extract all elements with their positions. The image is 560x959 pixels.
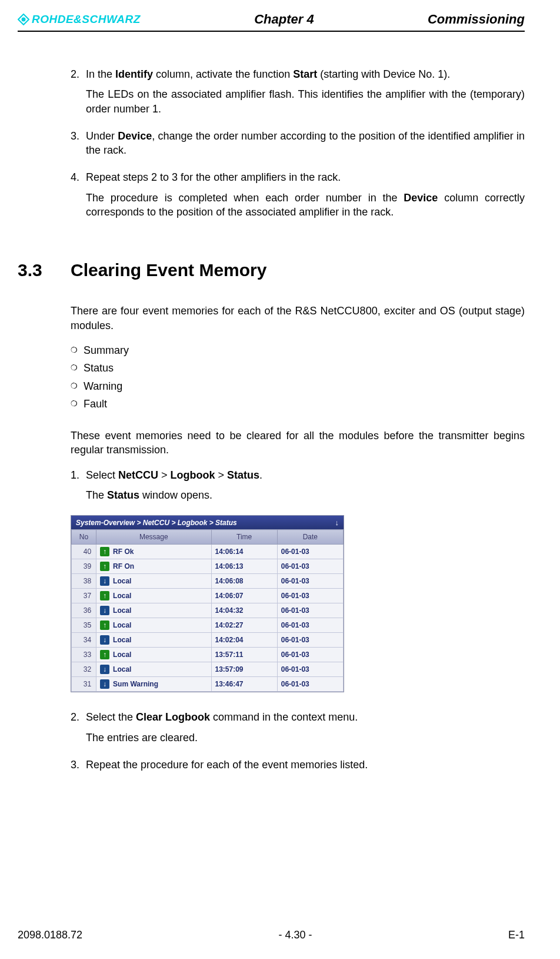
page-footer: 2098.0188.72 - 4.30 - E-1 <box>18 929 525 941</box>
step-text: In the Identify column, activate the fun… <box>86 68 450 80</box>
cell-no: 32 <box>72 662 96 677</box>
cell-no: 35 <box>72 618 96 633</box>
cell-time: 14:06:13 <box>211 559 277 574</box>
breadcrumb-bar: System-Overview > NetCCU > Logbook > Sta… <box>71 516 344 529</box>
message-text: Local <box>113 621 131 629</box>
col-header-no: No <box>72 530 96 545</box>
step-sub: The LEDs on the associated amplifier fla… <box>86 87 525 116</box>
col-header-time: Time <box>211 530 277 545</box>
cell-time: 14:04:32 <box>211 603 277 618</box>
table-row: 33↑Local13:57:1106-01-03 <box>72 648 344 662</box>
status-window-screenshot: System-Overview > NetCCU > Logbook > Sta… <box>71 515 344 692</box>
list-item: Fault <box>71 397 525 411</box>
cell-message: ↑RF On <box>96 559 211 574</box>
step-sub: The Status window opens. <box>86 488 525 502</box>
table-row: 40↑RF Ok14:06:1406-01-03 <box>72 545 344 559</box>
cell-date: 06-01-03 <box>277 633 343 648</box>
cell-no: 33 <box>72 648 96 662</box>
cell-time: 13:46:47 <box>211 677 277 692</box>
col-header-message: Message <box>96 530 211 545</box>
cell-message: ↓Local <box>96 574 211 589</box>
intro-paragraph: There are four event memories for each o… <box>71 304 525 333</box>
cell-time: 14:06:14 <box>211 545 277 559</box>
cell-date: 06-01-03 <box>277 677 343 692</box>
logbook-table: No Message Time Date 40↑RF Ok14:06:1406-… <box>71 529 344 692</box>
step-4: 4.Repeat steps 2 to 3 for the other ampl… <box>71 170 525 219</box>
cell-time: 13:57:11 <box>211 648 277 662</box>
svg-point-1 <box>22 18 26 22</box>
step-text: Select NetCCU > Logbook > Status. <box>86 469 262 481</box>
breadcrumb-path: System-Overview > NetCCU > Logbook > Sta… <box>76 519 237 527</box>
table-row: 34↓Local14:02:0406-01-03 <box>72 633 344 648</box>
table-row: 38↓Local14:06:0806-01-03 <box>72 574 344 589</box>
cell-date: 06-01-03 <box>277 662 343 677</box>
paragraph: These event memories need to be cleared … <box>71 429 525 457</box>
message-text: Local <box>113 665 131 673</box>
doc-title: Commissioning <box>428 12 525 27</box>
table-row: 36↓Local14:04:3206-01-03 <box>72 603 344 618</box>
table-header-row: No Message Time Date <box>72 530 344 545</box>
logo-text: ROHDE&SCHWARZ <box>32 13 141 26</box>
arrow-up-icon: ↑ <box>100 547 109 556</box>
list-item: Status <box>71 361 525 375</box>
step-number: 4. <box>71 170 86 184</box>
cell-time: 14:02:04 <box>211 633 277 648</box>
cell-no: 38 <box>72 574 96 589</box>
footer-right: E-1 <box>508 929 525 941</box>
step-3: 3.Under Device, change the order number … <box>71 129 525 158</box>
cell-message: ↑Local <box>96 618 211 633</box>
message-text: Local <box>113 636 131 644</box>
cell-date: 06-01-03 <box>277 559 343 574</box>
step-3-repeat: 3.Repeat the procedure for each of the e… <box>71 758 525 772</box>
cell-time: 14:06:07 <box>211 589 277 603</box>
content-area: 2.In the Identify column, activate the f… <box>18 67 525 772</box>
arrow-up-icon: ↑ <box>100 620 109 630</box>
message-text: Sum Warning <box>113 680 158 688</box>
cell-no: 40 <box>72 545 96 559</box>
arrow-down-icon: ↓ <box>100 606 109 615</box>
step-text: Under Device, change the order number ac… <box>86 130 525 156</box>
cell-message: ↓Local <box>96 603 211 618</box>
list-item: Summary <box>71 343 525 357</box>
step-number: 3. <box>71 129 86 143</box>
page-header: ROHDE&SCHWARZ Chapter 4 Commissioning <box>18 12 525 32</box>
cell-date: 06-01-03 <box>277 589 343 603</box>
section-title: Clearing Event Memory <box>71 260 266 280</box>
cell-no: 36 <box>72 603 96 618</box>
cell-no: 37 <box>72 589 96 603</box>
step-text: Repeat steps 2 to 3 for the other amplif… <box>86 171 341 183</box>
cell-message: ↑Local <box>96 589 211 603</box>
cell-no: 34 <box>72 633 96 648</box>
cell-date: 06-01-03 <box>277 618 343 633</box>
table-row: 39↑RF On14:06:1306-01-03 <box>72 559 344 574</box>
logo-icon <box>18 14 29 25</box>
cell-message: ↓Sum Warning <box>96 677 211 692</box>
cell-date: 06-01-03 <box>277 603 343 618</box>
step-number: 2. <box>71 710 86 724</box>
step-sub: The entries are cleared. <box>86 731 525 745</box>
message-text: Local <box>113 606 131 615</box>
dropdown-arrow-icon: ↓ <box>335 518 339 527</box>
chapter-label: Chapter 4 <box>254 12 314 27</box>
arrow-up-icon: ↑ <box>100 650 109 659</box>
cell-message: ↓Local <box>96 662 211 677</box>
message-text: Local <box>113 592 131 600</box>
table-row: 31↓Sum Warning13:46:4706-01-03 <box>72 677 344 692</box>
arrow-down-icon: ↓ <box>100 635 109 645</box>
section-number: 3.3 <box>18 260 71 280</box>
cell-no: 39 <box>72 559 96 574</box>
col-header-date: Date <box>277 530 343 545</box>
step-number: 1. <box>71 468 86 482</box>
list-item: Warning <box>71 379 525 393</box>
arrow-up-icon: ↑ <box>100 591 109 600</box>
table-row: 35↑Local14:02:2706-01-03 <box>72 618 344 633</box>
section-heading: 3.3 Clearing Event Memory <box>18 260 525 280</box>
message-text: Local <box>113 651 131 659</box>
cell-time: 14:06:08 <box>211 574 277 589</box>
step-text: Select the Clear Logbook command in the … <box>86 711 358 723</box>
cell-message: ↑Local <box>96 648 211 662</box>
arrow-down-icon: ↓ <box>100 576 109 586</box>
step-1-select: 1.Select NetCCU > Logbook > Status. The … <box>71 468 525 503</box>
table-row: 32↓Local13:57:0906-01-03 <box>72 662 344 677</box>
footer-left: 2098.0188.72 <box>18 929 82 941</box>
